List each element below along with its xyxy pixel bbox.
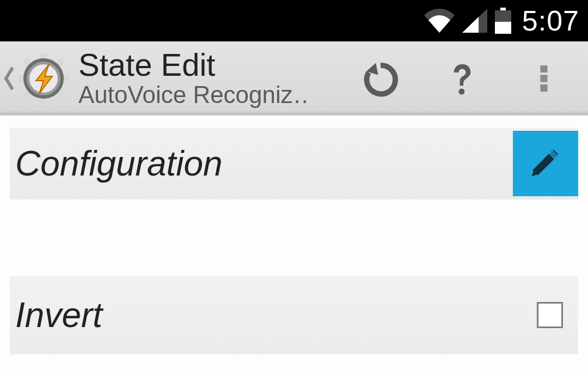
configuration-section: Configuration bbox=[10, 128, 578, 199]
svg-rect-17 bbox=[540, 84, 547, 91]
cell-signal-icon bbox=[462, 9, 487, 33]
svg-rect-0 bbox=[500, 8, 506, 10]
page-subtitle: AutoVoice Recogniz… bbox=[78, 82, 307, 108]
svg-rect-15 bbox=[540, 65, 547, 72]
status-icons bbox=[424, 8, 511, 34]
undo-button[interactable] bbox=[340, 41, 421, 116]
edit-configuration-button[interactable] bbox=[513, 131, 578, 196]
tasker-app-icon[interactable] bbox=[16, 51, 71, 106]
svg-rect-16 bbox=[540, 75, 547, 82]
overflow-menu-button[interactable] bbox=[503, 41, 585, 116]
invert-label: Invert bbox=[15, 295, 102, 335]
svg-rect-18 bbox=[532, 154, 554, 176]
back-button[interactable] bbox=[3, 66, 15, 90]
battery-icon bbox=[495, 8, 511, 34]
help-button[interactable] bbox=[421, 41, 503, 116]
status-bar: 5:07 bbox=[0, 0, 588, 41]
svg-point-14 bbox=[458, 88, 464, 94]
action-bar: State Edit AutoVoice Recogniz… bbox=[0, 41, 588, 116]
status-time: 5:07 bbox=[522, 4, 579, 37]
configuration-label: Configuration bbox=[15, 143, 223, 184]
invert-checkbox[interactable] bbox=[537, 302, 563, 328]
content-area: Configuration Inv bbox=[0, 128, 588, 354]
wifi-icon bbox=[424, 9, 455, 33]
svg-rect-2 bbox=[495, 22, 511, 34]
invert-row[interactable]: Invert bbox=[10, 276, 578, 354]
action-bar-titles: State Edit AutoVoice Recogniz… bbox=[78, 49, 307, 108]
page-title: State Edit bbox=[78, 49, 307, 82]
pencil-icon bbox=[526, 143, 565, 184]
